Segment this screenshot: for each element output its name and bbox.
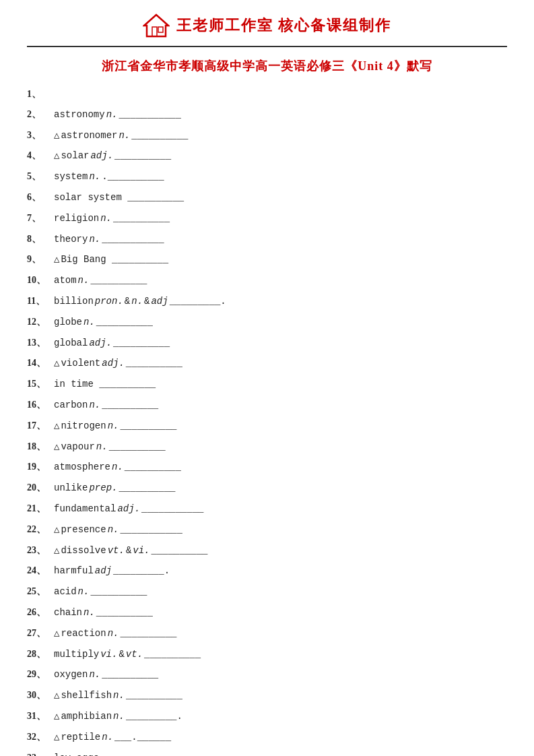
item-number: 11、: [27, 293, 54, 309]
svg-rect-2: [158, 27, 163, 32]
item-content: theory n. ___________: [54, 232, 507, 248]
item-content: oxygen n. __________: [54, 667, 507, 683]
list-item: 4、△solar adj. __________: [27, 148, 507, 164]
item-content: solar system __________: [54, 190, 507, 206]
list-item: 28、multiply vi. & vt. __________: [27, 646, 507, 663]
item-number: 18、: [27, 439, 54, 455]
item-number: 26、: [27, 604, 54, 621]
list-item: 21、fundamental adj. ___________: [27, 501, 507, 517]
item-number: 4、: [27, 148, 54, 164]
list-item: 2、astronomy n. ___________: [27, 106, 507, 123]
item-content: △shellfish n. __________: [54, 688, 507, 704]
item-number: 20、: [27, 480, 54, 496]
item-number: 15、: [27, 376, 54, 392]
item-content: in time __________: [54, 377, 507, 393]
list-item: 3、△astronomer n. __________: [27, 127, 507, 144]
list-item: 12、globe n. __________: [27, 314, 507, 331]
item-number: 10、: [27, 272, 54, 288]
logo-area: 王老师工作室 核心备课组制作: [143, 13, 392, 38]
page-header: 王老师工作室 核心备课组制作: [27, 13, 507, 51]
item-content: fundamental adj. ___________: [54, 501, 507, 517]
item-number: 29、: [27, 666, 54, 683]
list-item: 11、billion pron. & n. & adj_________.: [27, 293, 507, 310]
item-number: 5、: [27, 168, 54, 185]
list-item: 32、△reptile n. ___.______: [27, 729, 507, 746]
item-content: △solar adj. __________: [54, 148, 507, 164]
item-number: 31、: [27, 708, 54, 724]
item-content: chain n. __________: [54, 605, 507, 621]
page-title: 浙江省金华市孝顺高级中学高一英语必修三《Unit 4》默写: [27, 58, 507, 74]
list-item: 26、chain n. __________: [27, 604, 507, 621]
item-number: 33、: [27, 750, 54, 757]
item-number: 14、: [27, 355, 54, 371]
item-number: 2、: [27, 106, 54, 123]
item-content: harmful adj_________.: [54, 563, 507, 579]
item-number: 3、: [27, 127, 54, 144]
item-number: 30、: [27, 687, 54, 703]
list-item: 22、△presence n. ___________: [27, 522, 507, 538]
svg-rect-1: [152, 27, 157, 36]
item-content: △amphibian n. _________.: [54, 709, 507, 725]
list-item: 8、theory n. ___________: [27, 231, 507, 248]
list-item: 24、harmful adj_________.: [27, 563, 507, 579]
item-number: 12、: [27, 314, 54, 330]
item-number: 16、: [27, 397, 54, 413]
item-number: 22、: [27, 522, 54, 538]
item-content: atmosphere n. __________: [54, 460, 507, 476]
list-item: 7、religion n. __________: [27, 210, 507, 227]
item-content: system n. .__________: [54, 169, 507, 185]
list-item: 29、oxygen n. __________: [27, 666, 507, 683]
item-content: acid n. __________: [54, 584, 507, 600]
list-item: 17、△nitrogenn. __________: [27, 418, 507, 435]
item-number: 9、: [27, 251, 54, 267]
list-item: 33、lay eggs __________: [27, 750, 507, 757]
item-number: 25、: [27, 584, 54, 600]
item-number: 19、: [27, 459, 54, 475]
item-content: multiply vi. & vt. __________: [54, 647, 507, 663]
list-item: 10、atom n. __________: [27, 272, 507, 289]
item-content: globe n. __________: [54, 315, 507, 331]
list-item: 13、global adj. __________: [27, 335, 507, 352]
list-item: 1、: [27, 86, 507, 102]
list-item: 18、△vapour n. __________: [27, 439, 507, 455]
item-content: lay eggs __________: [54, 751, 507, 757]
list-item: 5、system n. .__________: [27, 168, 507, 185]
list-item: 20、unlike prep. __________: [27, 480, 507, 497]
list-item: 23、△dissolve vt. & vi. __________: [27, 542, 507, 559]
item-content: billion pron. & n. & adj_________.: [54, 294, 507, 310]
item-content: carbon n. __________: [54, 398, 507, 414]
item-content: unlike prep. __________: [54, 480, 507, 497]
header-title: 王老师工作室 核心备课组制作: [176, 15, 392, 36]
item-content: △presence n. ___________: [54, 522, 507, 538]
list-item: 6、solar system __________: [27, 189, 507, 206]
list-item: 9、△Big Bang __________: [27, 251, 507, 268]
item-content: △reptile n. ___.______: [54, 730, 507, 746]
item-content: religion n. __________: [54, 211, 507, 227]
svg-marker-0: [144, 15, 168, 36]
vocabulary-list: 1、2、astronomy n. ___________3、△astronome…: [27, 86, 507, 756]
list-item: 25、acid n. __________: [27, 584, 507, 600]
list-item: 15、in time __________: [27, 376, 507, 393]
item-number: 21、: [27, 501, 54, 517]
item-number: 1、: [27, 86, 54, 102]
item-number: 23、: [27, 542, 54, 559]
item-number: 6、: [27, 189, 54, 206]
list-item: 30、△shellfish n. __________: [27, 687, 507, 704]
list-item: 19、atmosphere n. __________: [27, 459, 507, 476]
item-content: △dissolve vt. & vi. __________: [54, 543, 507, 559]
list-item: 14、△violent adj. __________: [27, 355, 507, 372]
list-item: 31、△amphibian n. _________.: [27, 708, 507, 725]
item-content: △violent adj. __________: [54, 356, 507, 372]
item-number: 28、: [27, 646, 54, 662]
item-content: △nitrogenn. __________: [54, 418, 507, 435]
item-number: 32、: [27, 729, 54, 745]
item-number: 7、: [27, 210, 54, 226]
item-number: 13、: [27, 335, 54, 351]
item-content: global adj. __________: [54, 336, 507, 352]
item-number: 27、: [27, 625, 54, 641]
item-number: 17、: [27, 418, 54, 434]
item-content: △astronomer n. __________: [54, 128, 507, 144]
item-content: △reaction n. __________: [54, 626, 507, 642]
item-number: 24、: [27, 563, 54, 579]
list-item: 27、△reaction n. __________: [27, 625, 507, 642]
